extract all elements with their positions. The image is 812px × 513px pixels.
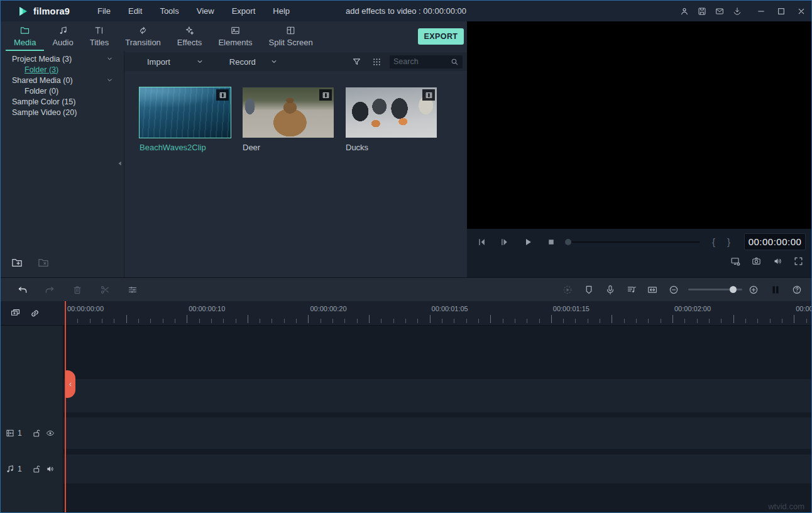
tab[interactable]: Audio (44, 21, 81, 51)
video-track-lock-icon[interactable] (31, 428, 41, 438)
tab-icon (19, 25, 30, 36)
sidebar-collapse-icon[interactable] (117, 159, 123, 168)
import-chevron-icon[interactable] (195, 57, 204, 66)
next-frame-button[interactable] (499, 236, 510, 250)
stop-button[interactable] (546, 236, 557, 250)
tab[interactable]: Effects (169, 21, 211, 51)
sidebar-item[interactable]: Sample Video (20) (1, 107, 124, 118)
tab-icon (230, 25, 241, 36)
tab[interactable]: Titles (82, 21, 118, 51)
add-folder-icon[interactable] (11, 256, 23, 272)
audio-track-lock-icon[interactable] (31, 464, 41, 474)
search-input[interactable] (393, 57, 450, 66)
menu-item[interactable]: Help (264, 1, 299, 21)
mark-in-icon[interactable]: { (712, 236, 715, 247)
redo-button[interactable] (44, 284, 55, 298)
delete-folder-icon[interactable] (37, 256, 50, 272)
video-track-visibility-eye-icon[interactable] (45, 428, 55, 438)
record-button[interactable]: Record (229, 57, 256, 67)
timeline-ruler[interactable]: 00:00:00:0000:00:00:1000:00:00:2000:00:0… (63, 301, 811, 326)
media-clip-name: BeachWaves2Clip (140, 143, 231, 152)
track-view-toggle-icon[interactable] (770, 284, 781, 298)
add-marker-button[interactable] (583, 284, 595, 298)
zoom-out-button[interactable] (668, 284, 679, 298)
maximize-button[interactable] (771, 1, 791, 21)
manage-tracks-icon[interactable] (9, 307, 21, 322)
sidebar-item[interactable]: Shared Media (0) (1, 75, 124, 86)
minimize-button[interactable] (751, 1, 771, 21)
undo-button[interactable] (17, 284, 28, 298)
sidebar-item[interactable]: Project Media (3) (1, 53, 124, 64)
tab[interactable]: Transition (117, 21, 169, 51)
media-thumbnail[interactable] (243, 87, 334, 138)
video-track-icon (5, 428, 15, 438)
timeline-zoom-handle[interactable] (730, 286, 737, 293)
filter-icon[interactable] (351, 57, 362, 67)
feedback-mail-icon[interactable] (711, 1, 728, 21)
preview-timecode[interactable]: 00:00:00:00 (744, 233, 806, 250)
adjust-properties-button[interactable] (127, 284, 138, 298)
playhead-line[interactable] (65, 301, 66, 513)
previous-frame-button[interactable] (476, 236, 487, 250)
sidebar-item-label: Folder (3) (25, 65, 58, 74)
display-settings-icon[interactable] (729, 256, 742, 270)
delete-button[interactable] (72, 284, 83, 298)
audio-track-mute-speaker-icon[interactable] (45, 464, 55, 474)
timeline-lane-audio1[interactable] (63, 455, 811, 483)
playhead-handle[interactable] (65, 370, 75, 398)
media-thumbnail[interactable] (140, 87, 231, 138)
audio-track-number: 1 (18, 465, 22, 473)
tab-label: Titles (90, 38, 109, 47)
zoom-to-fit-button[interactable] (647, 284, 658, 298)
app-logo: filmora9 (18, 6, 70, 17)
save-project-icon[interactable] (693, 1, 711, 21)
mark-out-icon[interactable]: } (727, 236, 730, 247)
tab-label: Transition (125, 38, 161, 47)
menu-item[interactable]: View (188, 1, 223, 21)
snapshot-camera-icon[interactable] (751, 256, 762, 269)
fullscreen-icon[interactable] (793, 256, 804, 269)
preview-scrubber-handle[interactable] (565, 239, 571, 245)
tab-icon (184, 25, 195, 36)
menu-item[interactable]: Edit (119, 1, 151, 21)
media-clip[interactable]: Ducks (346, 87, 437, 152)
sidebar-item[interactable]: Folder (0) (1, 86, 124, 96)
link-clips-icon[interactable] (29, 307, 41, 322)
close-button[interactable] (791, 1, 811, 21)
voiceover-mic-button[interactable] (605, 284, 616, 298)
record-chevron-icon[interactable] (270, 57, 278, 66)
preview-scrubber-track[interactable] (566, 241, 700, 243)
export-button[interactable]: EXPORT (418, 28, 464, 45)
tab[interactable]: Split Screen (261, 21, 321, 51)
menu-item[interactable]: Export (223, 1, 265, 21)
chevron-down-icon[interactable] (106, 76, 114, 84)
chevron-down-icon[interactable] (106, 55, 114, 63)
split-scissors-button[interactable] (99, 284, 111, 298)
audio-track-header: 1 (1, 461, 63, 477)
audio-mixer-button[interactable] (626, 284, 637, 298)
media-clip[interactable]: Deer (243, 87, 334, 152)
play-button[interactable] (522, 236, 534, 250)
media-thumbnail[interactable] (346, 87, 437, 138)
ruler-label: 00:00:02:00 (674, 305, 711, 312)
volume-icon[interactable] (772, 256, 783, 269)
grid-view-icon[interactable] (371, 57, 382, 67)
sidebar-item-label: Shared Media (0) (12, 76, 73, 85)
menu-item[interactable]: File (89, 1, 119, 21)
media-clip[interactable]: BeachWaves2Clip (140, 87, 231, 152)
tab-icon (58, 25, 69, 36)
render-preview-button[interactable] (562, 284, 573, 298)
sidebar-list: Project Media (3) Folder (3) Shared Medi… (1, 53, 124, 118)
help-icon[interactable] (791, 284, 803, 298)
sidebar-item[interactable]: Sample Color (15) (1, 96, 124, 107)
account-icon[interactable] (676, 1, 693, 21)
download-update-icon[interactable] (728, 1, 746, 21)
tab[interactable]: Media (6, 21, 44, 51)
sidebar-item[interactable]: Folder (3) (1, 64, 124, 75)
search-icon[interactable] (450, 57, 459, 66)
tab[interactable]: Elements (210, 21, 260, 51)
menu-item[interactable]: Tools (151, 1, 187, 21)
timeline-lane-video1[interactable] (63, 417, 811, 449)
import-button[interactable]: Import (147, 57, 170, 67)
zoom-in-button[interactable] (748, 284, 759, 298)
